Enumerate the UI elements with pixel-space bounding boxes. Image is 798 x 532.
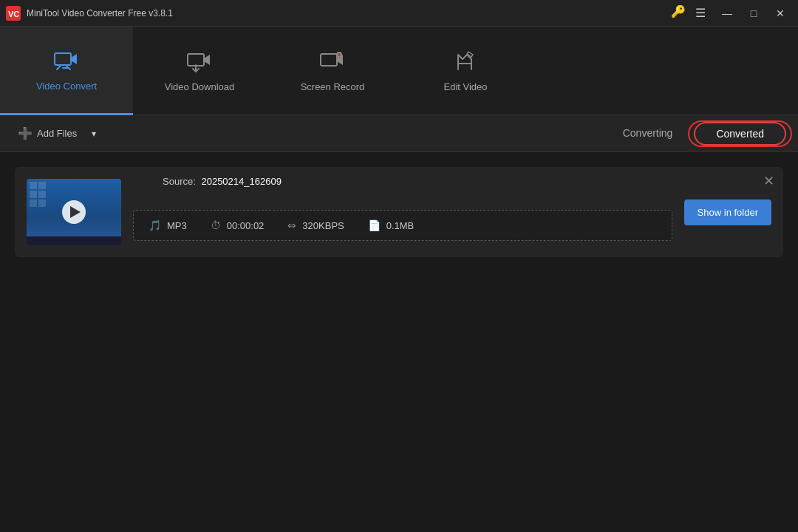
format-info: 🎵 MP3 bbox=[149, 219, 187, 231]
file-info-row: 🎵 MP3 ⏱ 00:00:02 ⇔ 320KBPS 📄 0.1MB bbox=[133, 210, 672, 241]
svg-point-6 bbox=[338, 53, 341, 56]
source-label: Source: bbox=[163, 176, 196, 187]
key-icon: 🔑 bbox=[671, 4, 686, 22]
svg-rect-4 bbox=[321, 54, 337, 66]
duration-info: ⏱ 00:00:02 bbox=[211, 219, 265, 231]
app-title: MiniTool Video Converter Free v3.8.1 bbox=[27, 8, 173, 18]
conversion-item-card: Source: 20250214_162609 ✕ 🎵 MP3 ⏱ 00:00:… bbox=[15, 167, 783, 257]
size-value: 0.1MB bbox=[386, 220, 415, 231]
toolbar: ➕ Add Files ▾ Converting Converted bbox=[0, 115, 798, 152]
play-button-circle[interactable] bbox=[62, 200, 86, 224]
desktop-icons bbox=[30, 182, 46, 207]
minimize-button[interactable]: — bbox=[715, 4, 739, 22]
video-download-icon bbox=[186, 49, 213, 75]
nav-label-edit-video: Edit Video bbox=[443, 81, 487, 92]
nav-label-screen-record: Screen Record bbox=[301, 81, 365, 92]
content-area: Source: 20250214_162609 ✕ 🎵 MP3 ⏱ 00:00:… bbox=[0, 152, 798, 532]
size-info: 📄 0.1MB bbox=[368, 219, 415, 231]
titlebar-controls: 🔑 ☰ — □ ✕ bbox=[671, 4, 792, 22]
source-name: 20250214_162609 bbox=[201, 176, 281, 187]
show-in-folder-button[interactable]: Show in folder bbox=[684, 200, 771, 225]
format-icon: 🎵 bbox=[149, 219, 161, 231]
nav-item-video-download[interactable]: Video Download bbox=[133, 27, 266, 115]
bitrate-info: ⇔ 320KBPS bbox=[287, 219, 344, 231]
item-close-button[interactable]: ✕ bbox=[763, 174, 774, 188]
nav-label-video-convert: Video Convert bbox=[36, 81, 97, 92]
add-files-icon: ➕ bbox=[18, 126, 33, 140]
format-value: MP3 bbox=[167, 220, 187, 231]
video-convert-icon bbox=[53, 48, 80, 75]
navbar: Video Convert Video Download Screen Reco… bbox=[0, 27, 798, 115]
menu-button[interactable]: ☰ bbox=[689, 4, 712, 22]
duration-value: 00:00:02 bbox=[227, 220, 265, 231]
screen-record-icon bbox=[319, 49, 346, 75]
app-logo-icon: VC bbox=[6, 6, 21, 21]
tab-converting[interactable]: Converting bbox=[601, 122, 695, 146]
svg-rect-2 bbox=[55, 53, 71, 65]
titlebar: VC MiniTool Video Converter Free v3.8.1 … bbox=[0, 0, 798, 27]
add-files-button[interactable]: ➕ Add Files bbox=[12, 123, 83, 143]
bitrate-icon: ⇔ bbox=[287, 219, 296, 231]
item-thumbnail[interactable] bbox=[27, 179, 121, 245]
titlebar-left: VC MiniTool Video Converter Free v3.8.1 bbox=[6, 6, 173, 21]
tab-converted[interactable]: Converted bbox=[694, 122, 786, 146]
close-button[interactable]: ✕ bbox=[768, 4, 792, 22]
tabs: Converting Converted bbox=[601, 122, 786, 146]
bitrate-value: 320KBPS bbox=[302, 220, 344, 231]
source-header: Source: 20250214_162609 bbox=[163, 176, 282, 187]
nav-item-edit-video[interactable]: Edit Video bbox=[399, 27, 532, 115]
edit-video-icon bbox=[452, 49, 479, 75]
svg-text:VC: VC bbox=[8, 10, 19, 18]
nav-item-video-convert[interactable]: Video Convert bbox=[0, 27, 133, 115]
add-files-label: Add Files bbox=[37, 128, 77, 139]
maximize-button[interactable]: □ bbox=[742, 4, 765, 22]
duration-icon: ⏱ bbox=[211, 219, 221, 231]
nav-item-screen-record[interactable]: Screen Record bbox=[266, 27, 399, 115]
add-files-dropdown-button[interactable]: ▾ bbox=[89, 126, 99, 142]
nav-label-video-download: Video Download bbox=[165, 81, 234, 92]
play-triangle-icon bbox=[70, 206, 81, 218]
size-icon: 📄 bbox=[368, 219, 381, 231]
svg-rect-3 bbox=[188, 54, 204, 66]
